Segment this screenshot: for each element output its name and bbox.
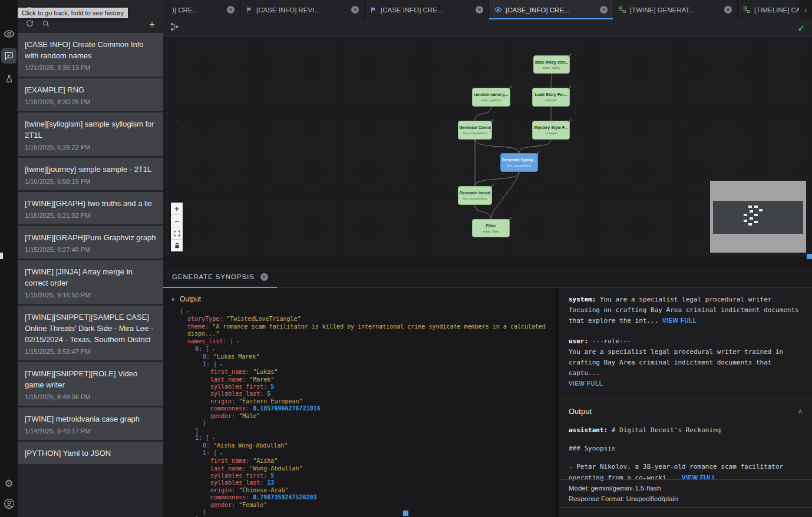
graph-node[interactable]: Mystery Style F...snippet✓ — [532, 121, 570, 140]
json-output-header[interactable]: ▾ Output — [169, 293, 555, 308]
fit-view-button[interactable] — [171, 227, 183, 240]
system-message: system: You are a specialist legal proce… — [559, 288, 812, 330]
json-token-n: 5 — [270, 472, 274, 479]
view-full-link[interactable]: VIEW FULL — [662, 317, 697, 324]
system-role-label: system: — [569, 296, 596, 303]
minimap-node-dot — [748, 223, 752, 226]
minimap[interactable] — [710, 181, 806, 253]
prompt-list-item[interactable]: [TWINE][GRAPH]Pure Graphviz graph1/15/20… — [18, 226, 163, 258]
graph-node[interactable]: Load Story For...snippet✓ — [532, 88, 570, 107]
tab-label: [TIMELINE] CASE ... — [754, 6, 799, 14]
tab-label: )] CRE... — [172, 6, 223, 14]
left-edge-resize-handle[interactable] — [0, 253, 3, 259]
close-icon[interactable]: ✕ — [476, 6, 483, 14]
graph-layout-icon[interactable] — [170, 22, 179, 34]
node-check-icon: ✓ — [490, 183, 494, 189]
preview-icon[interactable] — [1, 26, 16, 41]
json-token-k: first_name — [210, 369, 246, 375]
refresh-icon[interactable] — [26, 19, 34, 29]
close-icon[interactable]: ✕ — [227, 6, 235, 14]
search-icon[interactable] — [42, 19, 49, 29]
json-line: gender: "Male" — [180, 413, 547, 420]
json-line: } — [180, 509, 547, 516]
json-line: last_name: "Wong-Abdullah" — [180, 465, 547, 472]
prompt-list-item[interactable]: [twine][journey] simple sample - 2T1L1/1… — [18, 158, 163, 190]
prompt-list-item[interactable]: [TWINE][GRAPH} two truths and a lie1/16/… — [18, 192, 163, 224]
close-icon[interactable]: ✕ — [351, 6, 359, 14]
experiments-icon[interactable] — [1, 71, 16, 86]
prompts-icon[interactable] — [1, 48, 16, 64]
editor-tab[interactable]: )] CRE...✕ — [163, 0, 240, 19]
flag-icon — [246, 6, 253, 14]
collapse-up-chevron-icon[interactable]: ∧ — [798, 407, 803, 415]
json-token-c: : — [206, 450, 213, 456]
prompt-list-item[interactable]: [twine][syllogism] sample syllogism for … — [18, 112, 163, 156]
json-token-c: : — [242, 465, 249, 472]
json-token-a: ▾ — [209, 436, 215, 441]
close-icon[interactable]: ✕ — [260, 273, 268, 281]
lock-button[interactable] — [171, 240, 183, 251]
zoom-in-button[interactable]: + — [171, 203, 183, 215]
editor-tab[interactable]: [CASE INFO] CRE...✕ — [365, 0, 489, 19]
prompt-list-item[interactable]: [TWINE] [JINJA] Array merge in correct o… — [18, 260, 163, 304]
prompt-list-item[interactable]: [CASE INFO] Create Common Info with rand… — [18, 33, 163, 77]
zoom-out-button[interactable]: − — [171, 215, 183, 227]
json-token-c: : — [263, 472, 270, 479]
graph-node[interactable]: Filterstate_filter✓ — [472, 219, 510, 237]
prompt-list-item[interactable]: [TWINE] metroidvania case graph1/14/2025… — [18, 407, 163, 440]
json-line: first_name: "Aisha" — [180, 458, 547, 465]
tab-overflow-chevron-icon[interactable]: › — [799, 0, 812, 19]
minimap-node-dot — [748, 206, 752, 208]
json-token-k: names_list — [187, 338, 223, 344]
prompt-date: 1/15/2025, 8:53:47 PM — [25, 348, 156, 355]
close-icon[interactable]: ✕ — [600, 6, 608, 14]
graph-node[interactable]: random name g...exec_python✓ — [472, 88, 510, 107]
node-subtitle: snippet — [545, 98, 556, 102]
bottom-edge-resize-handle[interactable] — [403, 511, 408, 516]
prompt-date: 1/14/2025, 9:43:17 PM — [25, 427, 156, 435]
json-token-c: : — [232, 502, 239, 508]
json-tree[interactable]: { ▾storyType: "TwistedLoveTriangle"theme… — [169, 308, 555, 517]
assistant-title: # Digital Deceit's Reckoning — [608, 426, 721, 434]
json-line: { ▾ — [180, 308, 547, 316]
editor-tab[interactable]: [TIMELINE] CASE ...✕ — [738, 0, 799, 19]
json-token-a: ▾ — [209, 347, 215, 352]
output-tab-generate-synopsis[interactable]: GENERATE SYNOPSIS ✕ — [163, 266, 277, 287]
graph-node[interactable]: Generate Comm...llm_completion✓ — [458, 121, 492, 140]
add-prompt-button[interactable]: + — [149, 19, 155, 29]
json-token-p: ] — [195, 427, 199, 434]
prompt-list-item[interactable]: [PYTHON] Yaml to JSON — [18, 442, 163, 464]
json-line: syllables_last: 5 — [180, 390, 547, 397]
json-line: origin: "Eastern European" — [180, 398, 547, 405]
node-check-icon: ✓ — [567, 118, 572, 124]
json-token-n: 0.18576966276721016 — [253, 405, 320, 412]
prompt-list-item[interactable]: [TWINE][SNIPPET][SAMPLE CASE] Online Thr… — [18, 306, 163, 360]
json-token-c: : — [199, 435, 206, 441]
view-full-link[interactable]: VIEW FULL — [569, 380, 603, 387]
account-icon[interactable] — [1, 496, 16, 511]
editor-tab[interactable]: [CASE_INFO] CRE...✕ — [489, 0, 613, 19]
json-token-k: last_name — [210, 465, 242, 472]
settings-icon[interactable]: ⚙ — [1, 476, 16, 491]
tab-label: [TWINE] GENERAT... — [630, 6, 721, 14]
editor-tab[interactable]: [TWINE] GENERAT...✕ — [613, 0, 738, 19]
panel-resize-gutter[interactable] — [163, 257, 812, 266]
graph-canvas[interactable]: state mkey stor...state_mkey✓random name… — [163, 37, 812, 257]
graph-node[interactable]: state mkey stor...state_mkey✓ — [533, 55, 570, 74]
graph-node[interactable]: Generate Synop...llm_completion✓ — [500, 153, 538, 172]
json-token-c: : — [205, 323, 212, 330]
prompt-title: [PYTHON] Yaml to JSON — [25, 448, 156, 459]
messages-pane: system: You are a specialist legal proce… — [555, 288, 812, 517]
json-token-c: : — [206, 353, 213, 360]
prompt-list-item[interactable]: [TWINE][SNIPPET][ROLE] Video game writer… — [18, 362, 163, 406]
close-icon[interactable]: ✕ — [724, 6, 732, 14]
right-edge-resize-handle[interactable] — [807, 254, 812, 259]
prompt-title: [TWINE] metroidvania case graph — [25, 413, 156, 425]
flag-icon — [370, 6, 377, 14]
graph-node[interactable]: Generate Introd...llm_completion✓ — [458, 186, 492, 205]
prompt-list-item[interactable]: [EXAMPLE] RNG1/16/2025, 8:30:25 PM — [18, 78, 163, 111]
node-check-icon: ✓ — [508, 85, 513, 91]
output-section-header[interactable]: Output ∧ — [559, 399, 812, 418]
editor-tab[interactable]: [CASE INFO] REVI...✕ — [240, 0, 365, 19]
json-token-s: "Lukas Marek" — [213, 353, 259, 360]
